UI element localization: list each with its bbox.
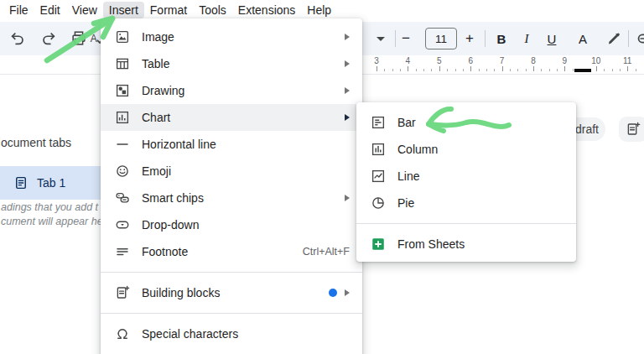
text-color-swatch (574, 69, 591, 72)
ruler-tick (510, 69, 511, 71)
new-draft-button[interactable] (619, 117, 644, 142)
table-icon (115, 56, 130, 71)
menubar-item-view[interactable]: View (66, 2, 103, 18)
menu-separator (356, 223, 576, 224)
increase-font-size-button[interactable]: + (462, 29, 477, 48)
ruler-number: 10 (591, 56, 600, 65)
tab-item-tab1[interactable]: Tab 1 (0, 166, 101, 200)
chart-submenu-item-line[interactable]: Line (356, 163, 576, 190)
ruler-tick (612, 69, 613, 71)
ruler-tick (455, 69, 456, 71)
ruler-tick (479, 69, 480, 71)
toolbar-separator (485, 30, 486, 47)
menu-item-label: From Sheets (397, 237, 465, 251)
menu-item-label: Pie (397, 196, 414, 210)
chart-submenu-item-bar[interactable]: Bar (356, 109, 576, 136)
ruler-tick (636, 69, 636, 71)
drawing-icon (115, 83, 130, 98)
text-color-button[interactable]: A (576, 29, 589, 48)
ruler-tick (408, 66, 408, 71)
ruler-tick (470, 66, 471, 71)
ruler-tick (620, 69, 621, 71)
menubar-item-help[interactable]: Help (301, 2, 337, 18)
menu-separator (101, 313, 362, 314)
menubar-item-file[interactable]: File (3, 2, 34, 18)
menu-item-label: Special characters (142, 327, 238, 341)
insert-menu-item-emoji[interactable]: Emoji (101, 158, 362, 185)
ruler-tick (463, 69, 464, 71)
special-characters-icon (115, 326, 130, 341)
ruler-tick (439, 66, 440, 71)
ruler-tick (416, 69, 417, 71)
ruler-tick (517, 69, 518, 71)
underline-button[interactable]: U (545, 29, 558, 48)
chart-submenu-item-column[interactable]: Column (356, 136, 576, 163)
ruler-number: 5 (437, 56, 442, 65)
horizontal-line-icon (115, 137, 130, 152)
redo-icon[interactable] (39, 29, 58, 48)
menubar-item-extensions[interactable]: Extensions (232, 2, 301, 18)
insert-link-icon[interactable] (634, 29, 644, 48)
document-add-icon (626, 122, 641, 137)
chart-icon (115, 110, 130, 125)
menubar-item-insert[interactable]: Insert (103, 2, 144, 18)
ruler-tick (604, 69, 605, 71)
footnote-icon (115, 244, 130, 259)
menu-item-label: Image (142, 30, 174, 44)
submenu-arrow-icon (345, 114, 350, 121)
italic-button[interactable]: I (520, 29, 533, 48)
font-size-input[interactable]: 11 (425, 28, 457, 49)
menubar-item-tools[interactable]: Tools (193, 2, 232, 18)
ruler-tick (392, 69, 393, 71)
font-dropdown-caret-icon[interactable] (371, 29, 390, 48)
submenu-arrow-icon (345, 34, 350, 40)
new-feature-dot (329, 289, 337, 297)
print-icon[interactable] (70, 29, 88, 48)
menubar-item-format[interactable]: Format (144, 2, 193, 18)
ruler-tick (549, 69, 550, 71)
google-docs-window: FileEditViewInsertFormatToolsExtensionsH… (0, 0, 644, 354)
insert-menu-item-drop-down[interactable]: Drop-down (101, 211, 362, 238)
insert-menu-item-table[interactable]: Table (101, 50, 362, 77)
insert-menu-item-building-blocks[interactable]: Building blocks (101, 279, 362, 306)
decrease-font-size-button[interactable]: − (398, 29, 413, 48)
document-tabs-header: ocument tabs (1, 136, 71, 149)
insert-menu-item-horizontal-line[interactable]: Horizontal line (101, 131, 362, 158)
highlighter-icon[interactable] (605, 29, 623, 48)
insert-menu-item-chart[interactable]: Chart (101, 104, 362, 131)
line-chart-icon (371, 169, 386, 184)
insert-menu-item-image[interactable]: Image (101, 23, 362, 50)
insert-menu-item-footnote[interactable]: FootnoteCtrl+Alt+F (101, 238, 362, 265)
insert-menu-item-smart-chips[interactable]: Smart chips (101, 185, 362, 211)
ruler-tick (423, 69, 424, 71)
insert-menu-item-drawing[interactable]: Drawing (101, 77, 362, 104)
ruler-number: 3 (374, 56, 379, 65)
menu-item-label: Building blocks (142, 286, 220, 299)
bold-button[interactable]: B (495, 29, 508, 48)
chart-submenu-item-pie[interactable]: Pie (356, 190, 576, 216)
ruler-tick (486, 69, 487, 71)
menu-item-label: Footnote (142, 245, 188, 258)
menubar: FileEditViewInsertFormatToolsExtensionsH… (3, 0, 337, 20)
menu-item-label: Table (142, 57, 169, 70)
menu-item-label: Line (397, 169, 419, 183)
ruler-number: 11 (623, 56, 631, 65)
smart-chips-icon (115, 190, 130, 206)
tab-label: Tab 1 (37, 176, 65, 190)
undo-icon[interactable] (8, 29, 27, 48)
ruler-tick (384, 69, 385, 71)
ruler-number: 8 (531, 56, 536, 65)
bar-chart-icon (371, 115, 386, 130)
column-chart-icon (371, 142, 386, 157)
chart-submenu-item-from-sheets[interactable]: From Sheets (356, 231, 576, 258)
ruler-tick (573, 69, 574, 71)
toolbar-separator (628, 30, 629, 47)
pie-chart-icon (371, 195, 386, 211)
image-icon (115, 29, 130, 44)
submenu-arrow-icon (345, 87, 350, 94)
insert-menu-item-special-characters[interactable]: Special characters (101, 320, 362, 347)
menubar-item-edit[interactable]: Edit (34, 2, 66, 18)
ruler-number: 4 (406, 56, 411, 65)
ruler-tick (557, 69, 558, 71)
menu-item-label: Bar (397, 116, 416, 129)
